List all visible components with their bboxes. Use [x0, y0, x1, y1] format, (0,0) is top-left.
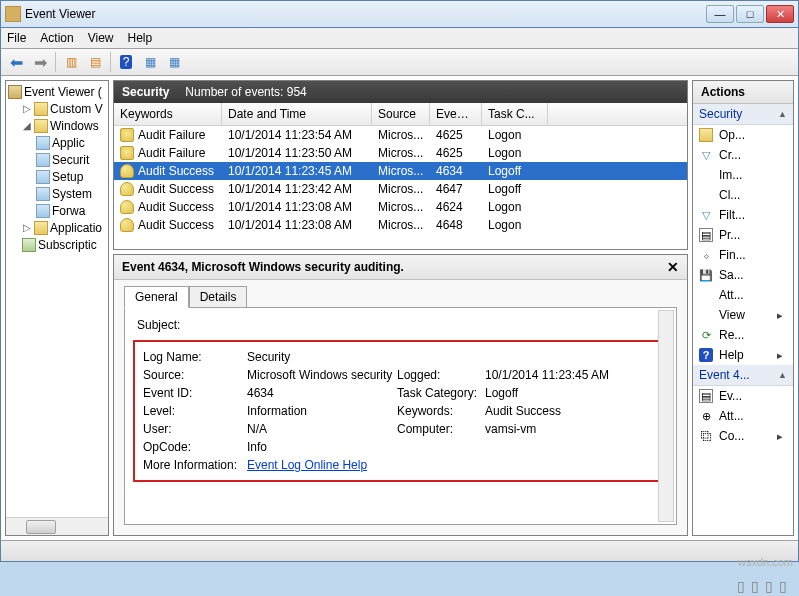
detail-scrollbar[interactable] [658, 310, 674, 522]
tree-windows-logs[interactable]: ◢Windows [8, 117, 106, 134]
event-row[interactable]: Audit Success10/1/2014 11:23:45 AMMicros… [114, 162, 687, 180]
event-list: Audit Failure10/1/2014 11:23:54 AMMicros… [114, 126, 687, 234]
prop-logname-v: Security [247, 350, 397, 364]
window-title: Event Viewer [25, 7, 706, 21]
prop-opcode-v: Info [247, 440, 397, 454]
tree-custom-views[interactable]: ▷Custom V [8, 100, 106, 117]
show-hide-button[interactable]: ▥ [60, 51, 82, 73]
actions-panel: Actions Security▲ Op... ▽Cr... Im... Cl.… [692, 80, 794, 536]
filter-icon: ▽ [699, 208, 713, 222]
col-source[interactable]: Source [372, 103, 430, 125]
prop-logged-k: Logged: [397, 368, 485, 382]
menu-bar: File Action View Help [0, 28, 799, 48]
prop-moreinfo-k: More Information: [143, 458, 247, 472]
help-icon: ? [699, 348, 713, 362]
action-import[interactable]: Im... [693, 165, 793, 185]
action-filter[interactable]: ▽Filt... [693, 205, 793, 225]
event-row[interactable]: Audit Success10/1/2014 11:23:08 AMMicros… [114, 216, 687, 234]
export-button[interactable]: ▤ [84, 51, 106, 73]
action-refresh[interactable]: ⟳Re... [693, 325, 793, 345]
prop-logname-k: Log Name: [143, 350, 247, 364]
menu-view[interactable]: View [88, 31, 114, 45]
filter-icon: ▽ [699, 148, 713, 162]
action-save[interactable]: 💾Sa... [693, 265, 793, 285]
tree-system[interactable]: System [8, 185, 106, 202]
attach-icon: ⊕ [699, 409, 713, 423]
blank-icon [699, 188, 713, 202]
action-properties[interactable]: ▤Pr... [693, 225, 793, 245]
action-open[interactable]: Op... [693, 125, 793, 145]
col-datetime[interactable]: Date and Time [222, 103, 372, 125]
tree-scrollbar[interactable] [6, 517, 108, 535]
action-event-properties[interactable]: ▤Ev... [693, 386, 793, 406]
save-icon: 💾 [699, 268, 713, 282]
key-icon [120, 200, 134, 214]
prop-keywords-k: Keywords: [397, 404, 485, 418]
close-button[interactable]: ✕ [766, 5, 794, 23]
column-headers: Keywords Date and Time Source Event ID T… [114, 103, 687, 126]
key-icon [120, 218, 134, 232]
action-group-event[interactable]: Event 4...▲ [693, 365, 793, 386]
menu-action[interactable]: Action [40, 31, 73, 45]
action-view[interactable]: View▸ [693, 305, 793, 325]
lock-icon [120, 146, 134, 160]
toolbar-button-1[interactable]: ▦ [139, 51, 161, 73]
prop-eventid-v: 4634 [247, 386, 397, 400]
tree-panel: Event Viewer ( ▷Custom V ◢Windows Applic… [5, 80, 109, 536]
event-row[interactable]: Audit Success10/1/2014 11:23:08 AMMicros… [114, 198, 687, 216]
tree-security[interactable]: Securit [8, 151, 106, 168]
event-row[interactable]: Audit Failure10/1/2014 11:23:54 AMMicros… [114, 126, 687, 144]
col-eventid[interactable]: Event ID [430, 103, 482, 125]
prop-level-k: Level: [143, 404, 247, 418]
maximize-button[interactable]: □ [736, 5, 764, 23]
action-clear[interactable]: Cl... [693, 185, 793, 205]
tree-applications-services[interactable]: ▷Applicatio [8, 219, 106, 236]
toolbar: ⬅ ➡ ▥ ▤ ? ▦ ▦ [0, 48, 799, 76]
arrow-icon: ▸ [773, 348, 787, 362]
toolbar-button-2[interactable]: ▦ [163, 51, 185, 73]
prop-keywords-v: Audit Success [485, 404, 658, 418]
tab-details[interactable]: Details [189, 286, 248, 308]
prop-taskcat-v: Logoff [485, 386, 658, 400]
menu-file[interactable]: File [7, 31, 26, 45]
tab-general[interactable]: General [124, 286, 189, 308]
tree-forwarded[interactable]: Forwa [8, 202, 106, 219]
prop-source-v: Microsoft Windows security [247, 368, 397, 382]
menu-help[interactable]: Help [128, 31, 153, 45]
lock-icon [120, 128, 134, 142]
copy-icon: ⿻ [699, 429, 713, 443]
detail-close-button[interactable]: ✕ [667, 259, 679, 275]
title-bar: Event Viewer — □ ✕ [0, 0, 799, 28]
col-keywords[interactable]: Keywords [114, 103, 222, 125]
minimize-button[interactable]: — [706, 5, 734, 23]
col-taskcat[interactable]: Task C... [482, 103, 548, 125]
tree-application[interactable]: Applic [8, 134, 106, 151]
arrow-icon: ▸ [773, 308, 787, 322]
action-copy[interactable]: ⿻Co...▸ [693, 426, 793, 446]
action-help[interactable]: ?Help▸ [693, 345, 793, 365]
action-find[interactable]: 🝔Fin... [693, 245, 793, 265]
forward-button[interactable]: ➡ [29, 51, 51, 73]
help-button[interactable]: ? [115, 51, 137, 73]
actions-header: Actions [693, 81, 793, 104]
action-group-security[interactable]: Security▲ [693, 104, 793, 125]
blank-icon [699, 308, 713, 322]
event-properties: Log Name:Security Source:Microsoft Windo… [133, 340, 668, 482]
list-header: Security Number of events: 954 [114, 81, 687, 103]
prop-user-k: User: [143, 422, 247, 436]
blank-icon [699, 288, 713, 302]
event-row[interactable]: Audit Failure10/1/2014 11:23:50 AMMicros… [114, 144, 687, 162]
tree-root[interactable]: Event Viewer ( [8, 83, 106, 100]
action-create[interactable]: ▽Cr... [693, 145, 793, 165]
status-bar [0, 540, 799, 562]
prop-computer-k: Computer: [397, 422, 485, 436]
action-attach-task[interactable]: ⊕Att... [693, 406, 793, 426]
list-title: Security [122, 85, 169, 99]
online-help-link[interactable]: Event Log Online Help [247, 458, 367, 472]
action-attach[interactable]: Att... [693, 285, 793, 305]
tree-subscriptions[interactable]: Subscriptic [8, 236, 106, 253]
event-row[interactable]: Audit Success10/1/2014 11:23:42 AMMicros… [114, 180, 687, 198]
tree-setup[interactable]: Setup [8, 168, 106, 185]
refresh-icon: ⟳ [699, 328, 713, 342]
back-button[interactable]: ⬅ [5, 51, 27, 73]
